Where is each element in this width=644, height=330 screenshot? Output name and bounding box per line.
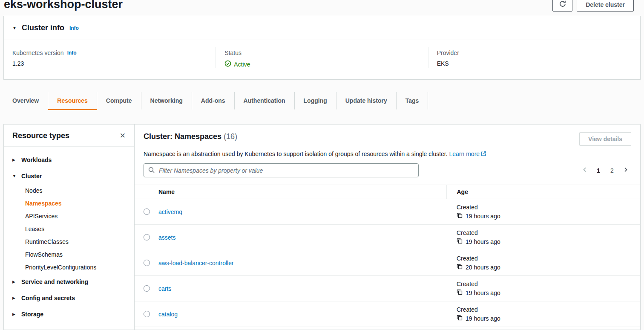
external-link-icon: [481, 151, 486, 158]
caret-down-icon[interactable]: ▼: [12, 26, 17, 30]
cluster-tabs: Overview Resources Compute Networking Ad…: [3, 92, 641, 110]
chevron-right-icon: [622, 166, 629, 174]
tab-resources[interactable]: Resources: [48, 92, 97, 110]
tab-authentication[interactable]: Authentication: [235, 92, 295, 110]
tab-overview[interactable]: Overview: [3, 92, 48, 110]
tree-item-runtimeclasses[interactable]: RuntimeClasses: [4, 235, 134, 248]
namespace-link[interactable]: catalog: [158, 311, 178, 318]
provider-label: Provider: [437, 49, 632, 56]
table-row: catalog Created 19 hours ago: [135, 301, 640, 327]
age-column-header: Age: [446, 185, 640, 199]
filter-box: [144, 163, 419, 177]
tree-item-apiservices[interactable]: APIServices: [4, 210, 134, 223]
next-page-button[interactable]: [620, 165, 631, 176]
namespace-link[interactable]: aws-load-balancer-controller: [158, 260, 234, 266]
row-radio[interactable]: [144, 208, 150, 215]
table-row: activemq Created 19 hours ago: [135, 199, 640, 225]
namespace-link[interactable]: carts: [158, 285, 171, 292]
search-icon: [148, 167, 155, 175]
table-controls: 1 2: [135, 163, 640, 177]
kubernetes-version-info-link[interactable]: Info: [67, 50, 77, 56]
kubernetes-version-field: Kubernetes version Info 1.23: [4, 47, 216, 68]
tab-add-ons[interactable]: Add-ons: [192, 92, 235, 110]
age-value: 19 hours ago: [457, 238, 640, 245]
row-radio[interactable]: [144, 234, 150, 240]
tab-networking[interactable]: Networking: [141, 92, 192, 110]
row-radio[interactable]: [144, 285, 150, 292]
provider-value: EKS: [437, 60, 632, 67]
close-icon[interactable]: ✕: [120, 132, 126, 139]
cluster-info-header[interactable]: ▼ Cluster info Info: [4, 16, 640, 40]
tree-group-cluster[interactable]: ▼ Cluster: [4, 168, 134, 184]
header-actions: Delete cluster: [552, 0, 634, 12]
copy-icon: [457, 212, 463, 220]
resource-types-panel: Resource types ✕ ▶ Workloads ▼ Cluster N…: [4, 124, 135, 330]
tab-compute[interactable]: Compute: [97, 92, 141, 110]
kubernetes-version-label: Kubernetes version Info: [12, 49, 207, 56]
copy-icon: [457, 238, 463, 245]
name-column-header: Name: [158, 185, 446, 199]
eks-cluster-page: eks-workshop-cluster Delete cluster ▼ Cl…: [0, 0, 644, 330]
page-title: eks-workshop-cluster: [4, 0, 123, 11]
status-text: Active: [234, 61, 250, 68]
tree-item-flowschemas[interactable]: FlowSchemas: [4, 248, 134, 261]
namespace-link[interactable]: activemq: [158, 208, 182, 215]
caret-right-icon: ▶: [12, 313, 17, 316]
tree-group-config-and-secrets[interactable]: ▶ Config and secrets: [4, 290, 134, 306]
chevron-left-icon: [581, 166, 588, 174]
caret-right-icon: ▶: [12, 280, 17, 284]
status-field: Status Active: [216, 47, 428, 68]
resource-tree: ▶ Workloads ▼ Cluster Nodes Namespaces A…: [4, 147, 134, 327]
age-value: 19 hours ago: [457, 212, 640, 220]
tab-tags[interactable]: Tags: [397, 92, 428, 110]
resources-content: Resource types ✕ ▶ Workloads ▼ Cluster N…: [3, 124, 641, 330]
filter-input[interactable]: [144, 163, 419, 177]
learn-more-link[interactable]: Learn more: [449, 151, 487, 157]
resource-types-title: Resource types: [12, 131, 69, 140]
cluster-info-card: ▼ Cluster info Info Kubernetes version I…: [3, 16, 641, 80]
tree-group-workloads[interactable]: ▶ Workloads: [4, 152, 134, 168]
tree-group-storage[interactable]: ▶ Storage: [4, 306, 134, 322]
namespace-link[interactable]: assets: [158, 234, 175, 241]
refresh-icon: [559, 0, 566, 9]
tree-group-service-and-networking[interactable]: ▶ Service and networking: [4, 274, 134, 290]
tree-item-nodes[interactable]: Nodes: [4, 184, 134, 197]
pagination: 1 2: [579, 165, 631, 176]
created-label: Created: [457, 306, 640, 313]
page-2-button[interactable]: 2: [607, 165, 618, 176]
created-label: Created: [457, 204, 640, 211]
namespaces-title: Cluster: Namespaces (16): [144, 132, 237, 141]
cluster-info-title: Cluster info: [22, 23, 64, 32]
cluster-info-info-link[interactable]: Info: [69, 25, 79, 31]
status-label: Status: [224, 49, 419, 56]
tree-item-prioritylevelconfigurations[interactable]: PriorityLevelConfigurations: [4, 261, 134, 274]
caret-down-icon: ▼: [12, 174, 17, 178]
refresh-button[interactable]: [552, 0, 572, 12]
row-radio[interactable]: [144, 260, 150, 266]
age-value: 19 hours ago: [457, 315, 640, 322]
namespaces-description: Namespace is an abstraction used by Kube…: [135, 151, 640, 158]
provider-field: Provider EKS: [428, 47, 640, 68]
tree-item-namespaces[interactable]: Namespaces: [4, 197, 134, 210]
tab-logging[interactable]: Logging: [295, 92, 336, 110]
table-row: carts Created 19 hours ago: [135, 276, 640, 301]
copy-icon: [457, 315, 463, 322]
previous-page-button[interactable]: [579, 165, 590, 176]
namespaces-panel: Cluster: Namespaces (16) View details Na…: [135, 124, 640, 330]
caret-right-icon: ▶: [12, 296, 17, 300]
status-value: Active: [224, 60, 419, 68]
namespaces-header: Cluster: Namespaces (16) View details: [135, 132, 640, 146]
copy-icon: [457, 289, 463, 296]
tree-item-leases[interactable]: Leases: [4, 223, 134, 235]
page-1-button[interactable]: 1: [593, 165, 604, 176]
caret-right-icon: ▶: [12, 158, 17, 162]
row-radio[interactable]: [144, 311, 150, 317]
table-row: aws-load-balancer-controller Created 20 …: [135, 250, 640, 276]
tab-update-history[interactable]: Update history: [336, 92, 397, 110]
namespaces-count: (16): [224, 132, 237, 141]
check-circle-icon: [224, 60, 231, 68]
delete-cluster-button[interactable]: Delete cluster: [577, 0, 634, 12]
copy-icon: [457, 263, 463, 271]
created-label: Created: [457, 229, 640, 236]
view-details-button[interactable]: View details: [579, 132, 631, 146]
